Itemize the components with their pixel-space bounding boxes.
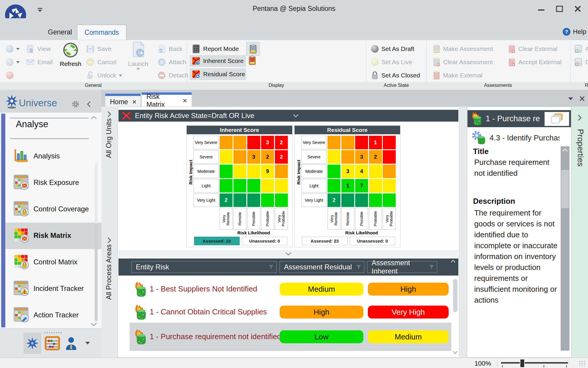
save-button[interactable]: Save — [86, 43, 111, 55]
sidebar-item-risk-exposure[interactable]: Risk Exposure — [5, 170, 101, 196]
title-field-value[interactable]: Purchase requirement not identified — [474, 157, 559, 179]
tab-close-icon[interactable] — [183, 98, 187, 103]
email-button[interactable]: Email — [26, 56, 53, 68]
properties-side-tab[interactable]: Properties — [572, 107, 588, 358]
sidebar-item-incident-tracker[interactable]: Incident Tracker — [5, 276, 101, 302]
matrix-cell[interactable] — [220, 150, 233, 164]
risk-table-row[interactable]: 1 - Purchase requirement not identified … — [130, 323, 451, 351]
clear-assessment-button[interactable]: Clear Assessment — [433, 56, 493, 68]
sidebar-gear-icon[interactable] — [71, 100, 80, 110]
sidebar-item-risk-matrix[interactable]: Risk Matrix — [5, 223, 101, 249]
section-divider[interactable] — [118, 250, 458, 258]
inherent-score-option-button[interactable] — [248, 55, 256, 67]
filter-bar-caret-icon[interactable] — [293, 114, 299, 118]
maximize-button[interactable] — [553, 2, 566, 15]
refresh-button[interactable]: Refresh — [54, 42, 87, 67]
matrix-cell[interactable]: 2 — [275, 150, 288, 164]
unlock-button[interactable]: Unlock — [86, 69, 122, 81]
zoom-slider-track[interactable] — [501, 362, 568, 364]
matrix-cell[interactable]: 3 — [355, 150, 368, 164]
residual-assessment-pill[interactable]: Low — [280, 330, 363, 343]
make-external-button[interactable]: Make External — [433, 69, 482, 81]
footer-abacus-button[interactable] — [44, 333, 61, 354]
sidebar-scroll-down-icon[interactable] — [90, 322, 98, 328]
matrix-cell[interactable] — [233, 136, 246, 149]
back-button[interactable]: Back — [157, 43, 183, 55]
matrix-cell[interactable]: 3 — [247, 150, 260, 164]
matrix-cell[interactable] — [383, 165, 396, 178]
filter-bar[interactable]: Entity Risk Active State=Draft OR Live — [118, 110, 458, 122]
matrix-cell[interactable] — [341, 136, 354, 149]
matrix-cell[interactable] — [261, 193, 274, 207]
matrix-cell[interactable] — [247, 179, 260, 193]
matrix-cell[interactable] — [233, 193, 246, 207]
sidebar-item-control-coverage[interactable]: Control Coverage — [5, 196, 101, 223]
description-field-value[interactable]: The requirement for goods or services is… — [474, 208, 559, 306]
matrix-cell[interactable] — [247, 165, 260, 178]
table-scrollbar-thumb[interactable] — [453, 279, 457, 312]
residual-score-toggle[interactable]: Residual Score — [190, 68, 246, 80]
matrix-cell[interactable]: 2 — [261, 150, 274, 164]
matrix-cell[interactable] — [341, 193, 354, 207]
tabstrip-close-icon[interactable] — [579, 96, 585, 103]
risk-title[interactable]: 1 - Best Suppliers Not Identified — [150, 284, 257, 294]
matrix-cell[interactable] — [341, 150, 354, 164]
footer-person-button[interactable] — [62, 333, 80, 354]
matrix-cell[interactable] — [355, 136, 368, 149]
pages-button[interactable] — [544, 112, 569, 126]
delete-button[interactable]: De — [574, 56, 588, 68]
sidebar-scroll-up-icon[interactable] — [90, 115, 98, 121]
risk-title[interactable]: 1 - Cannot Obtain Critical Supplies — [150, 307, 267, 316]
matrix-cell[interactable]: 3 — [341, 165, 354, 178]
matrix-cell[interactable]: 7 — [355, 179, 368, 193]
matrix-cell[interactable] — [220, 136, 233, 149]
matrix-cell[interactable] — [328, 136, 340, 149]
matrix-cell[interactable] — [383, 179, 396, 193]
column-header-assessment-inherent[interactable]: Assessment Inherent — [367, 261, 437, 273]
matrix-cell[interactable] — [355, 193, 368, 207]
doc-tab-home[interactable]: Home — [105, 94, 141, 108]
matrix-cell[interactable] — [275, 179, 288, 193]
accept-external-button[interactable]: Accept External — [508, 56, 562, 68]
cancel-button[interactable]: Cancel — [86, 56, 116, 68]
attach-button[interactable]: Attach — [157, 56, 186, 68]
matrix-cell[interactable] — [233, 165, 246, 178]
matrix-cell[interactable] — [233, 150, 246, 164]
minimize-button[interactable] — [534, 2, 548, 15]
help-button[interactable]: ? Help — [562, 28, 586, 36]
doc-tab-risk-matrix[interactable]: Risk Matrix — [142, 92, 192, 107]
table-scroll-down-icon[interactable] — [452, 350, 458, 355]
ribbon-tab-general[interactable]: General — [44, 25, 76, 40]
sidebar-collapse-icon[interactable] — [86, 100, 92, 109]
tab-close-icon[interactable] — [132, 100, 136, 104]
make-assessment-button[interactable]: Make Assessment — [433, 43, 493, 55]
detach-button[interactable]: Detach — [157, 69, 188, 81]
footer-more-caret-icon[interactable] — [85, 341, 91, 346]
zoom-slider-thumb[interactable] — [520, 359, 525, 368]
matrix-cell[interactable] — [383, 136, 396, 149]
properties-scrollbar[interactable] — [561, 146, 569, 351]
table-scroll-up-icon[interactable] — [450, 259, 456, 263]
matrix-cell[interactable] — [233, 179, 246, 193]
matrix-cell[interactable]: 2 — [328, 193, 340, 207]
matrix-cell[interactable]: 1 — [341, 179, 354, 193]
matrix-cell[interactable] — [220, 165, 233, 178]
delete-item-button[interactable] — [6, 69, 14, 81]
matrix-cell[interactable] — [383, 193, 396, 207]
matrix-cell[interactable] — [328, 179, 340, 193]
panel-all-org-units[interactable]: All Org Units — [102, 107, 117, 231]
view-button[interactable]: View — [26, 43, 51, 55]
matrix-cell[interactable] — [261, 179, 274, 193]
set-as-live-button[interactable]: Set As Live — [371, 56, 412, 68]
matrix-cell[interactable] — [369, 193, 382, 207]
risk-title[interactable]: 1 - Purchase requirement not identified — [150, 332, 281, 341]
close-button[interactable] — [571, 2, 584, 15]
add-button[interactable]: Ad — [574, 43, 588, 55]
risk-table-row[interactable]: 1 - Cannot Obtain Critical Supplies High… — [130, 301, 451, 323]
sidebar-item-action-tracker[interactable]: Action Tracker — [5, 302, 101, 329]
launch-button[interactable]: Launch — [122, 42, 154, 70]
column-header-assessment-residual[interactable]: Assessment Residual — [280, 261, 364, 273]
sidebar-item-control-matrix[interactable]: Control Matrix — [5, 249, 101, 276]
matrix-cell[interactable]: 1 — [369, 136, 382, 149]
properties-scrollbar-thumb[interactable] — [561, 170, 569, 208]
